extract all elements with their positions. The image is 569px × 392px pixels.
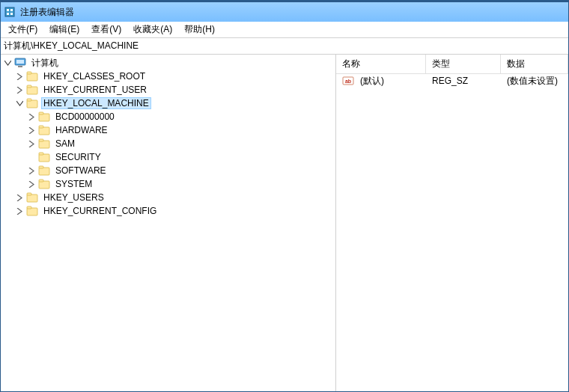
- menu-file[interactable]: 文件(F): [2, 22, 43, 37]
- menu-favorites[interactable]: 收藏夹(A): [127, 22, 178, 37]
- folder-icon: [26, 70, 38, 82]
- tree-node-security[interactable]: SECURITY: [26, 150, 335, 164]
- tree-label-hku: HKEY_USERS: [41, 192, 106, 203]
- expander-empty: [26, 152, 37, 162]
- values-body[interactable]: (默认) REG_SZ (数值未设置): [336, 74, 568, 391]
- computer-icon: [14, 57, 26, 69]
- menu-edit[interactable]: 编辑(E): [43, 22, 85, 37]
- tree-node-hkcu[interactable]: HKEY_CURRENT_USER: [14, 83, 335, 97]
- chevron-right-icon[interactable]: [14, 71, 25, 82]
- tree-label-sam: SAM: [53, 138, 77, 150]
- header-col-name[interactable]: 名称: [336, 55, 426, 73]
- tree-label-hardware: HARDWARE: [53, 124, 110, 136]
- chevron-down-icon[interactable]: [14, 98, 25, 108]
- tree-node-bcd[interactable]: BCD00000000: [26, 110, 335, 123]
- chevron-right-icon[interactable]: [26, 111, 37, 122]
- tree-label-bcd: BCD00000000: [53, 111, 117, 123]
- chevron-down-icon[interactable]: [2, 58, 13, 68]
- folder-icon: [38, 124, 50, 136]
- tree-node-hkcc[interactable]: HKEY_CURRENT_CONFIG: [14, 204, 335, 218]
- addressbar: [1, 38, 568, 55]
- value-row[interactable]: (默认) REG_SZ (数值未设置): [336, 74, 568, 88]
- header-col-data[interactable]: 数据: [501, 55, 568, 73]
- folder-icon: [26, 97, 38, 109]
- chevron-right-icon[interactable]: [14, 192, 25, 203]
- values-pane: 名称 类型 数据 (默认) REG_SZ (数值未设置): [336, 55, 568, 391]
- tree-label-hkcc: HKEY_CURRENT_CONFIG: [41, 205, 159, 217]
- address-input[interactable]: [4, 41, 565, 52]
- menu-view[interactable]: 查看(V): [85, 22, 127, 37]
- registry-editor-window: 注册表编辑器 文件(F) 编辑(E) 查看(V) 收藏夹(A) 帮助(H) 计算…: [0, 0, 569, 392]
- tree-node-system[interactable]: SYSTEM: [26, 177, 335, 191]
- folder-icon: [38, 151, 50, 163]
- chevron-right-icon[interactable]: [26, 125, 37, 135]
- value-data: (数值未设置): [501, 74, 568, 88]
- folder-icon: [26, 192, 38, 203]
- tree-label-computer: 计算机: [29, 56, 61, 70]
- tree-label-software: SOFTWARE: [53, 165, 109, 177]
- tree-label-hklm: HKEY_LOCAL_MACHINE: [41, 97, 151, 109]
- value-name: (默认): [360, 75, 384, 88]
- folder-icon: [38, 138, 50, 150]
- titlebar[interactable]: 注册表编辑器: [1, 2, 568, 22]
- chevron-right-icon[interactable]: [14, 85, 25, 95]
- folder-icon: [26, 84, 38, 96]
- tree-label-security: SECURITY: [53, 151, 103, 163]
- chevron-right-icon[interactable]: [26, 179, 37, 189]
- chevron-right-icon[interactable]: [26, 138, 37, 149]
- content-split: 计算机 HKEY_CLASSES_ROOT HKEY_CURRENT_USER: [1, 55, 568, 391]
- chevron-right-icon[interactable]: [14, 206, 25, 216]
- tree-pane[interactable]: 计算机 HKEY_CLASSES_ROOT HKEY_CURRENT_USER: [1, 55, 336, 391]
- menubar: 文件(F) 编辑(E) 查看(V) 收藏夹(A) 帮助(H): [1, 22, 568, 38]
- tree-node-computer[interactable]: 计算机: [2, 56, 335, 70]
- value-type: REG_SZ: [426, 75, 501, 87]
- window-title: 注册表编辑器: [20, 6, 74, 19]
- folder-icon: [38, 111, 50, 123]
- tree-label-hkcr: HKEY_CLASSES_ROOT: [41, 70, 147, 82]
- tree-node-hklm[interactable]: HKEY_LOCAL_MACHINE: [14, 97, 335, 110]
- tree-node-hku[interactable]: HKEY_USERS: [14, 191, 335, 204]
- tree-node-sam[interactable]: SAM: [26, 137, 335, 150]
- values-header: 名称 类型 数据: [336, 55, 568, 74]
- tree-node-hkcr[interactable]: HKEY_CLASSES_ROOT: [14, 70, 335, 83]
- tree-label-system: SYSTEM: [53, 178, 94, 190]
- folder-icon: [38, 178, 50, 190]
- folder-icon: [26, 205, 38, 217]
- string-value-icon: [342, 75, 354, 87]
- tree-node-hardware[interactable]: HARDWARE: [26, 123, 335, 137]
- chevron-right-icon[interactable]: [26, 165, 37, 176]
- app-icon: [4, 6, 16, 18]
- menu-help[interactable]: 帮助(H): [178, 22, 221, 37]
- header-col-type[interactable]: 类型: [426, 55, 501, 73]
- tree-label-hkcu: HKEY_CURRENT_USER: [41, 84, 149, 96]
- tree-node-software[interactable]: SOFTWARE: [26, 164, 335, 177]
- folder-icon: [38, 165, 50, 177]
